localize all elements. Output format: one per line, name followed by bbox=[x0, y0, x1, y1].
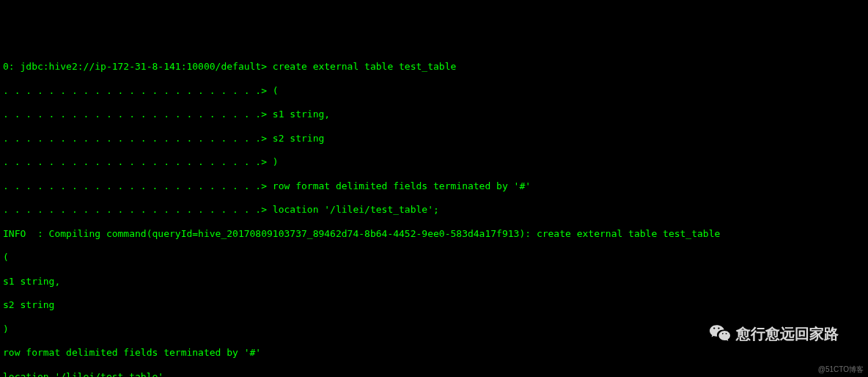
terminal-line: . . . . . . . . . . . . . . . . . . . . … bbox=[3, 180, 865, 192]
terminal-line: ( bbox=[3, 252, 865, 263]
terminal-line: . . . . . . . . . . . . . . . . . . . . … bbox=[3, 109, 865, 120]
terminal-line: . . . . . . . . . . . . . . . . . . . . … bbox=[3, 133, 865, 144]
terminal-line: s2 string bbox=[3, 299, 865, 311]
terminal-line: row format delimited fields terminated b… bbox=[3, 347, 865, 359]
terminal-line: . . . . . . . . . . . . . . . . . . . . … bbox=[3, 85, 865, 97]
terminal-line: ) bbox=[3, 323, 865, 335]
terminal-line: location '/lilei/test_table' bbox=[3, 371, 865, 377]
terminal-line: . . . . . . . . . . . . . . . . . . . . … bbox=[3, 204, 865, 216]
terminal-line: 0: jdbc:hive2://ip-172-31-8-141:10000/de… bbox=[3, 61, 865, 73]
terminal-line: INFO : Compiling command(queryId=hive_20… bbox=[3, 228, 865, 240]
terminal-output[interactable]: 0: jdbc:hive2://ip-172-31-8-141:10000/de… bbox=[3, 49, 865, 377]
terminal-line: . . . . . . . . . . . . . . . . . . . . … bbox=[3, 156, 865, 168]
terminal-line: s1 string, bbox=[3, 276, 865, 288]
